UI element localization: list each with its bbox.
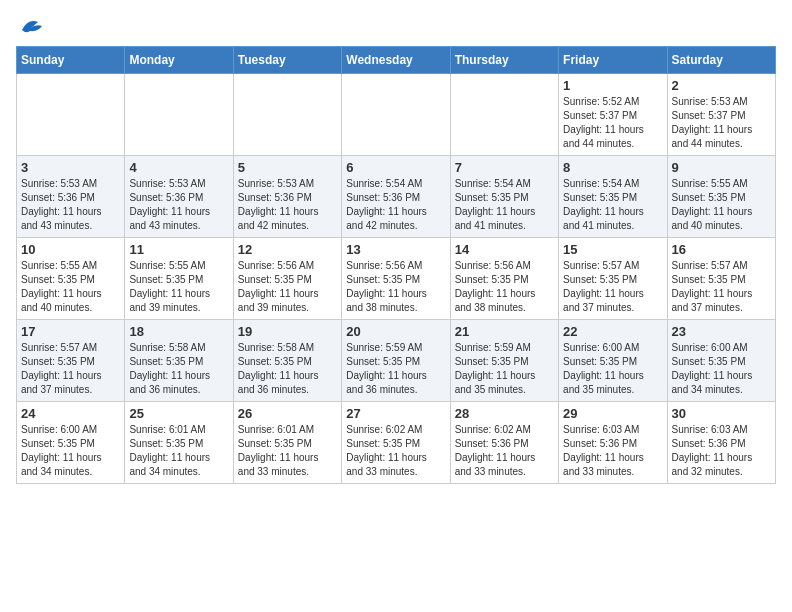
- day-number: 20: [346, 324, 445, 339]
- day-number: 12: [238, 242, 337, 257]
- day-info: Sunrise: 5:53 AM Sunset: 5:36 PM Dayligh…: [238, 177, 337, 233]
- day-number: 11: [129, 242, 228, 257]
- day-number: 27: [346, 406, 445, 421]
- calendar-cell: 13Sunrise: 5:56 AM Sunset: 5:35 PM Dayli…: [342, 238, 450, 320]
- day-info: Sunrise: 6:00 AM Sunset: 5:35 PM Dayligh…: [563, 341, 662, 397]
- day-info: Sunrise: 5:53 AM Sunset: 5:36 PM Dayligh…: [129, 177, 228, 233]
- day-number: 4: [129, 160, 228, 175]
- day-info: Sunrise: 5:56 AM Sunset: 5:35 PM Dayligh…: [455, 259, 554, 315]
- day-info: Sunrise: 5:59 AM Sunset: 5:35 PM Dayligh…: [346, 341, 445, 397]
- calendar-cell: 8Sunrise: 5:54 AM Sunset: 5:35 PM Daylig…: [559, 156, 667, 238]
- day-number: 25: [129, 406, 228, 421]
- day-info: Sunrise: 6:01 AM Sunset: 5:35 PM Dayligh…: [129, 423, 228, 479]
- day-number: 21: [455, 324, 554, 339]
- calendar-cell: 17Sunrise: 5:57 AM Sunset: 5:35 PM Dayli…: [17, 320, 125, 402]
- day-info: Sunrise: 5:54 AM Sunset: 5:36 PM Dayligh…: [346, 177, 445, 233]
- day-header-saturday: Saturday: [667, 47, 775, 74]
- day-info: Sunrise: 6:03 AM Sunset: 5:36 PM Dayligh…: [563, 423, 662, 479]
- day-info: Sunrise: 5:53 AM Sunset: 5:36 PM Dayligh…: [21, 177, 120, 233]
- calendar-cell: 24Sunrise: 6:00 AM Sunset: 5:35 PM Dayli…: [17, 402, 125, 484]
- day-header-sunday: Sunday: [17, 47, 125, 74]
- day-info: Sunrise: 5:53 AM Sunset: 5:37 PM Dayligh…: [672, 95, 771, 151]
- day-number: 17: [21, 324, 120, 339]
- calendar-cell: 12Sunrise: 5:56 AM Sunset: 5:35 PM Dayli…: [233, 238, 341, 320]
- day-info: Sunrise: 5:54 AM Sunset: 5:35 PM Dayligh…: [455, 177, 554, 233]
- day-info: Sunrise: 5:54 AM Sunset: 5:35 PM Dayligh…: [563, 177, 662, 233]
- calendar-cell: 26Sunrise: 6:01 AM Sunset: 5:35 PM Dayli…: [233, 402, 341, 484]
- calendar-cell: 10Sunrise: 5:55 AM Sunset: 5:35 PM Dayli…: [17, 238, 125, 320]
- day-number: 3: [21, 160, 120, 175]
- logo: [16, 16, 46, 34]
- logo-bird-icon: [18, 16, 46, 38]
- day-number: 29: [563, 406, 662, 421]
- day-info: Sunrise: 5:58 AM Sunset: 5:35 PM Dayligh…: [238, 341, 337, 397]
- calendar-week-5: 24Sunrise: 6:00 AM Sunset: 5:35 PM Dayli…: [17, 402, 776, 484]
- day-info: Sunrise: 5:52 AM Sunset: 5:37 PM Dayligh…: [563, 95, 662, 151]
- calendar-week-3: 10Sunrise: 5:55 AM Sunset: 5:35 PM Dayli…: [17, 238, 776, 320]
- day-header-tuesday: Tuesday: [233, 47, 341, 74]
- day-info: Sunrise: 5:59 AM Sunset: 5:35 PM Dayligh…: [455, 341, 554, 397]
- day-number: 6: [346, 160, 445, 175]
- calendar-cell: 21Sunrise: 5:59 AM Sunset: 5:35 PM Dayli…: [450, 320, 558, 402]
- calendar-cell: 9Sunrise: 5:55 AM Sunset: 5:35 PM Daylig…: [667, 156, 775, 238]
- day-info: Sunrise: 5:55 AM Sunset: 5:35 PM Dayligh…: [672, 177, 771, 233]
- calendar-cell: 15Sunrise: 5:57 AM Sunset: 5:35 PM Dayli…: [559, 238, 667, 320]
- day-info: Sunrise: 5:58 AM Sunset: 5:35 PM Dayligh…: [129, 341, 228, 397]
- calendar-cell: 1Sunrise: 5:52 AM Sunset: 5:37 PM Daylig…: [559, 74, 667, 156]
- calendar-cell: [17, 74, 125, 156]
- calendar-cell: 4Sunrise: 5:53 AM Sunset: 5:36 PM Daylig…: [125, 156, 233, 238]
- day-number: 10: [21, 242, 120, 257]
- day-number: 8: [563, 160, 662, 175]
- calendar-week-2: 3Sunrise: 5:53 AM Sunset: 5:36 PM Daylig…: [17, 156, 776, 238]
- day-info: Sunrise: 6:00 AM Sunset: 5:35 PM Dayligh…: [21, 423, 120, 479]
- calendar-cell: 14Sunrise: 5:56 AM Sunset: 5:35 PM Dayli…: [450, 238, 558, 320]
- day-info: Sunrise: 5:56 AM Sunset: 5:35 PM Dayligh…: [346, 259, 445, 315]
- day-info: Sunrise: 5:57 AM Sunset: 5:35 PM Dayligh…: [672, 259, 771, 315]
- day-number: 14: [455, 242, 554, 257]
- calendar-week-1: 1Sunrise: 5:52 AM Sunset: 5:37 PM Daylig…: [17, 74, 776, 156]
- calendar-cell: 22Sunrise: 6:00 AM Sunset: 5:35 PM Dayli…: [559, 320, 667, 402]
- day-number: 5: [238, 160, 337, 175]
- day-header-wednesday: Wednesday: [342, 47, 450, 74]
- day-header-thursday: Thursday: [450, 47, 558, 74]
- day-info: Sunrise: 6:02 AM Sunset: 5:35 PM Dayligh…: [346, 423, 445, 479]
- calendar-header-row: SundayMondayTuesdayWednesdayThursdayFrid…: [17, 47, 776, 74]
- day-number: 19: [238, 324, 337, 339]
- calendar-cell: 2Sunrise: 5:53 AM Sunset: 5:37 PM Daylig…: [667, 74, 775, 156]
- day-number: 15: [563, 242, 662, 257]
- calendar-table: SundayMondayTuesdayWednesdayThursdayFrid…: [16, 46, 776, 484]
- calendar-cell: 27Sunrise: 6:02 AM Sunset: 5:35 PM Dayli…: [342, 402, 450, 484]
- calendar-cell: 5Sunrise: 5:53 AM Sunset: 5:36 PM Daylig…: [233, 156, 341, 238]
- calendar-cell: [125, 74, 233, 156]
- day-info: Sunrise: 6:01 AM Sunset: 5:35 PM Dayligh…: [238, 423, 337, 479]
- day-info: Sunrise: 5:55 AM Sunset: 5:35 PM Dayligh…: [21, 259, 120, 315]
- calendar-cell: [342, 74, 450, 156]
- calendar-cell: 29Sunrise: 6:03 AM Sunset: 5:36 PM Dayli…: [559, 402, 667, 484]
- calendar-cell: [450, 74, 558, 156]
- day-header-monday: Monday: [125, 47, 233, 74]
- day-header-friday: Friday: [559, 47, 667, 74]
- calendar-cell: 6Sunrise: 5:54 AM Sunset: 5:36 PM Daylig…: [342, 156, 450, 238]
- day-number: 13: [346, 242, 445, 257]
- calendar-cell: 18Sunrise: 5:58 AM Sunset: 5:35 PM Dayli…: [125, 320, 233, 402]
- calendar-cell: 20Sunrise: 5:59 AM Sunset: 5:35 PM Dayli…: [342, 320, 450, 402]
- day-number: 18: [129, 324, 228, 339]
- calendar-cell: 30Sunrise: 6:03 AM Sunset: 5:36 PM Dayli…: [667, 402, 775, 484]
- day-number: 23: [672, 324, 771, 339]
- calendar-cell: 19Sunrise: 5:58 AM Sunset: 5:35 PM Dayli…: [233, 320, 341, 402]
- day-number: 24: [21, 406, 120, 421]
- day-info: Sunrise: 5:57 AM Sunset: 5:35 PM Dayligh…: [21, 341, 120, 397]
- day-info: Sunrise: 5:56 AM Sunset: 5:35 PM Dayligh…: [238, 259, 337, 315]
- day-info: Sunrise: 6:00 AM Sunset: 5:35 PM Dayligh…: [672, 341, 771, 397]
- calendar-cell: 3Sunrise: 5:53 AM Sunset: 5:36 PM Daylig…: [17, 156, 125, 238]
- page-header: [16, 16, 776, 34]
- calendar-week-4: 17Sunrise: 5:57 AM Sunset: 5:35 PM Dayli…: [17, 320, 776, 402]
- day-number: 7: [455, 160, 554, 175]
- calendar-cell: 25Sunrise: 6:01 AM Sunset: 5:35 PM Dayli…: [125, 402, 233, 484]
- day-number: 30: [672, 406, 771, 421]
- calendar-cell: 16Sunrise: 5:57 AM Sunset: 5:35 PM Dayli…: [667, 238, 775, 320]
- day-number: 28: [455, 406, 554, 421]
- day-number: 1: [563, 78, 662, 93]
- day-info: Sunrise: 6:03 AM Sunset: 5:36 PM Dayligh…: [672, 423, 771, 479]
- day-number: 26: [238, 406, 337, 421]
